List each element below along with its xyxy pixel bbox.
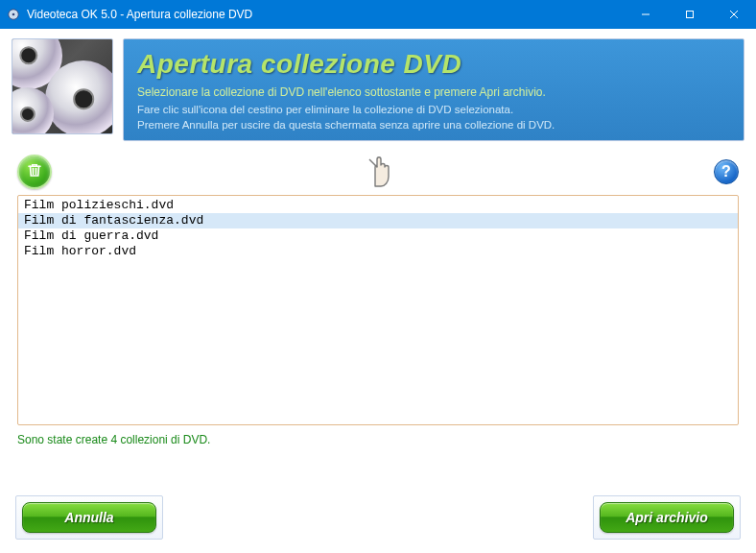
- maximize-button[interactable]: [668, 0, 712, 29]
- open-archive-button[interactable]: Apri archivio: [600, 502, 734, 533]
- cancel-button[interactable]: Annulla: [22, 502, 156, 533]
- banner-heading: Apertura collezione DVD: [137, 49, 730, 80]
- svg-point-1: [12, 13, 15, 16]
- status-text: Sono state create 4 collezioni di DVD.: [12, 425, 744, 446]
- close-button[interactable]: [712, 0, 756, 29]
- list-item[interactable]: Film polizieschi.dvd: [18, 198, 738, 213]
- collection-list[interactable]: Film polizieschi.dvdFilm di fantascienza…: [17, 195, 739, 425]
- banner-text-2: Premere Annulla per uscire da questa sch…: [137, 118, 730, 133]
- banner-subtitle: Selezionare la collezione di DVD nell'el…: [137, 85, 730, 99]
- trash-icon: [26, 161, 43, 182]
- delete-button[interactable]: [17, 155, 52, 189]
- app-icon: [6, 7, 21, 22]
- svg-rect-3: [687, 12, 694, 18]
- dvd-thumbnail: [12, 38, 113, 134]
- window-title: Videoteca OK 5.0 - Apertura collezione D…: [27, 8, 624, 21]
- cancel-button-frame: Annulla: [15, 495, 163, 540]
- window-controls: [624, 0, 756, 29]
- open-archive-button-frame: Apri archivio: [593, 495, 741, 540]
- minimize-button[interactable]: [624, 0, 668, 29]
- titlebar: Videoteca OK 5.0 - Apertura collezione D…: [0, 0, 756, 29]
- banner-text-1: Fare clic sull'icona del cestino per eli…: [137, 103, 730, 118]
- help-icon: ?: [721, 163, 731, 180]
- help-button[interactable]: ?: [714, 159, 739, 184]
- banner: Apertura collezione DVD Selezionare la c…: [123, 38, 744, 141]
- list-item[interactable]: Film di fantascienza.dvd: [18, 213, 738, 228]
- list-item[interactable]: Film horror.dvd: [18, 244, 738, 259]
- list-item[interactable]: Film di guerra.dvd: [18, 228, 738, 244]
- pointing-hand-icon: [362, 150, 394, 192]
